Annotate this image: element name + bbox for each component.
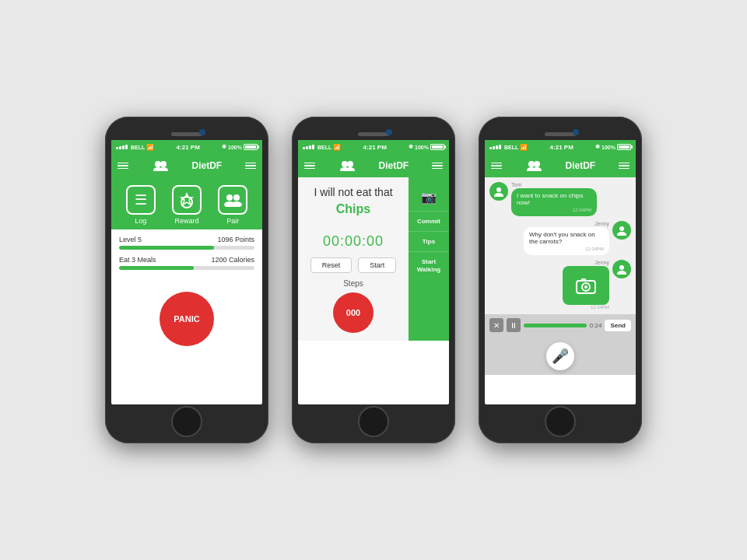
status-time: 4:21 PM — [550, 144, 573, 151]
reward-label: Reward — [174, 217, 198, 225]
hamburger-menu-icon[interactable] — [491, 163, 502, 170]
svg-point-10 — [342, 161, 348, 167]
chat-pause-button[interactable]: ⏸ — [507, 318, 521, 332]
svg-marker-5 — [181, 194, 192, 205]
tips-label: Tips — [423, 238, 435, 245]
camera-image-icon — [575, 276, 597, 295]
svg-point-11 — [347, 161, 353, 167]
tom-name: Tom — [511, 182, 597, 187]
chat-mic-area: 🎤 — [485, 336, 636, 375]
log-icon-item[interactable]: ☰ Log — [126, 185, 156, 225]
svg-point-0 — [155, 161, 161, 167]
jenny-name-1: Jenny — [524, 221, 609, 226]
timer-display: 00:00:00 — [323, 233, 384, 250]
status-left: BELL 📶 — [116, 144, 154, 151]
sidebar-tips-item[interactable]: Tips — [409, 231, 449, 251]
battery-pct: 100% — [601, 145, 615, 150]
phone-2-status-bar: BELL 📶 4:21 PM ✱ 100% — [298, 140, 449, 154]
bluetooth-icon: ✱ — [595, 144, 600, 150]
svg-point-19 — [494, 193, 503, 197]
app-title: DietDF — [192, 160, 223, 171]
log-label: Log — [135, 217, 146, 225]
jenny-timestamp-1: 12:34PM — [529, 247, 604, 251]
battery-icon — [617, 144, 631, 150]
tom-avatar — [489, 182, 508, 201]
stat-meals-bar — [119, 266, 254, 270]
stats-section: Level 5 1096 Points Eat 3 Meals 1200 Cal… — [111, 229, 262, 360]
chat-cancel-button[interactable]: ✕ — [489, 318, 503, 332]
phone-1-screen: BELL 📶 4:21 PM ✱ 100% — [111, 140, 262, 404]
wifi-icon: 📶 — [333, 144, 341, 151]
people-icon — [152, 160, 169, 171]
status-time: 4:21 PM — [177, 144, 200, 151]
app-title: DietDF — [379, 160, 409, 171]
chat-progress-bar — [524, 324, 587, 327]
hamburger-menu-icon[interactable] — [117, 163, 128, 170]
stat-calories-label: 1200 Calories — [211, 256, 254, 264]
svg-rect-26 — [581, 278, 586, 282]
jenny-name-2: Jenny — [563, 260, 609, 265]
svg-point-6 — [226, 194, 233, 201]
carrier-label: BELL — [504, 145, 518, 150]
phone-2: BELL 📶 4:21 PM ✱ 100% — [292, 117, 455, 443]
pair-icon-item[interactable]: Pair — [218, 185, 247, 225]
steps-counter: 000 — [333, 292, 374, 333]
phone-2-main: I will not eat that Chips 00:00:00 Reset… — [298, 177, 409, 341]
signal-icon — [116, 145, 128, 149]
svg-point-1 — [160, 161, 167, 167]
phone-3-screen: BELL 📶 4:21 PM ✱ 100% — [485, 140, 636, 404]
bluetooth-icon: ✱ — [222, 144, 226, 150]
jenny-avatar-1 — [612, 221, 631, 240]
chat-messages-area: Tom I want to snack on chips now! 12:34P… — [485, 177, 636, 314]
svg-point-8 — [233, 194, 240, 201]
stat-row-meals: Eat 3 Meals 1200 Calories — [119, 256, 254, 270]
phone-1-nav-bar: DietDF — [111, 154, 262, 177]
battery-pct: 100% — [228, 145, 242, 150]
svg-point-21 — [617, 232, 626, 236]
phones-container: BELL 📶 4:21 PM ✱ 100% — [89, 101, 658, 459]
panic-button[interactable]: PANIC — [160, 292, 214, 346]
phone-3-nav-bar: DietDF — [485, 154, 636, 177]
tom-timestamp: 12:34PM — [517, 208, 591, 212]
chat-send-button[interactable]: Send — [605, 320, 631, 331]
svg-point-27 — [584, 285, 587, 289]
tom-bubble: I want to snack on chips now! 12:34PM — [511, 188, 597, 216]
hamburger-menu-icon[interactable] — [304, 163, 315, 170]
phone-2-nav-bar: DietDF — [298, 154, 449, 177]
phone-1-status-bar: BELL 📶 4:21 PM ✱ 100% — [111, 140, 262, 154]
jenny-avatar-2 — [612, 260, 631, 278]
phone-3-status-bar: BELL 📶 4:21 PM ✱ 100% — [485, 140, 636, 154]
phone-2-sidebar: 📷 Commit Tips StartWalking — [409, 177, 449, 341]
panic-area: PANIC — [119, 276, 254, 354]
phone-1-icon-grid: ☰ Log Reward — [111, 177, 262, 229]
sidebar-commit-item[interactable]: Commit — [409, 211, 449, 231]
stat-level-label: Level 5 — [119, 236, 142, 243]
microphone-button[interactable]: 🎤 — [546, 342, 574, 370]
wifi-icon: 📶 — [520, 144, 528, 151]
hamburger-menu-right-icon[interactable] — [619, 163, 630, 170]
chat-msg-jenny-1: Jenny Why don't you snack on the carrots… — [489, 221, 631, 255]
reward-icon-box — [172, 185, 202, 215]
stat-level-bar — [119, 246, 254, 250]
hamburger-menu-right-icon[interactable] — [245, 163, 256, 170]
svg-point-23 — [617, 271, 626, 275]
commit-label: Commit — [417, 218, 440, 225]
pair-label: Pair — [226, 217, 239, 225]
log-icon: ☰ — [135, 191, 147, 208]
sidebar-walking-item[interactable]: StartWalking — [409, 251, 449, 279]
camera-icon: 📷 — [421, 190, 437, 205]
signal-icon — [303, 145, 314, 149]
pair-people-icon — [223, 193, 243, 207]
stat-meals-label: Eat 3 Meals — [119, 256, 156, 264]
people-icon — [525, 160, 542, 171]
reward-icon-item[interactable]: Reward — [172, 185, 202, 225]
reset-button[interactable]: Reset — [310, 257, 352, 273]
jenny-message-1: Why don't you snack on the carrots? — [529, 231, 595, 245]
start-button[interactable]: Start — [358, 257, 396, 273]
chat-input-bar: ✕ ⏸ 0:24 Send — [485, 314, 636, 336]
phone-2-camera — [386, 129, 392, 135]
commitment-prefix-text: I will not eat that — [314, 185, 392, 199]
sidebar-camera-item[interactable]: 📷 — [409, 184, 449, 211]
chat-msg-tom: Tom I want to snack on chips now! 12:34P… — [489, 182, 631, 216]
hamburger-menu-right-icon[interactable] — [432, 163, 443, 170]
